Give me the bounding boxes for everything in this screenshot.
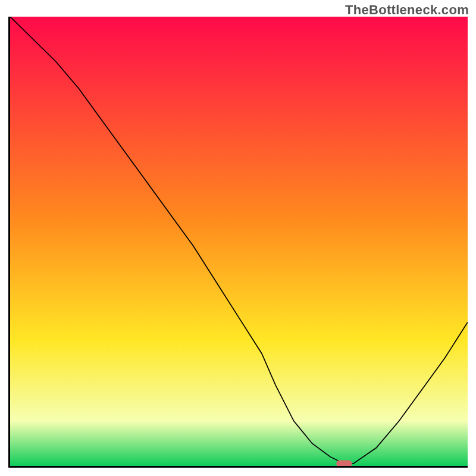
optimal-marker — [336, 461, 352, 466]
watermark-text: TheBottleneck.com — [345, 2, 469, 18]
chart-svg — [10, 17, 468, 466]
chart-container: TheBottleneck.com — [0, 0, 476, 476]
background-gradient — [10, 17, 468, 466]
plot-area — [8, 17, 468, 468]
